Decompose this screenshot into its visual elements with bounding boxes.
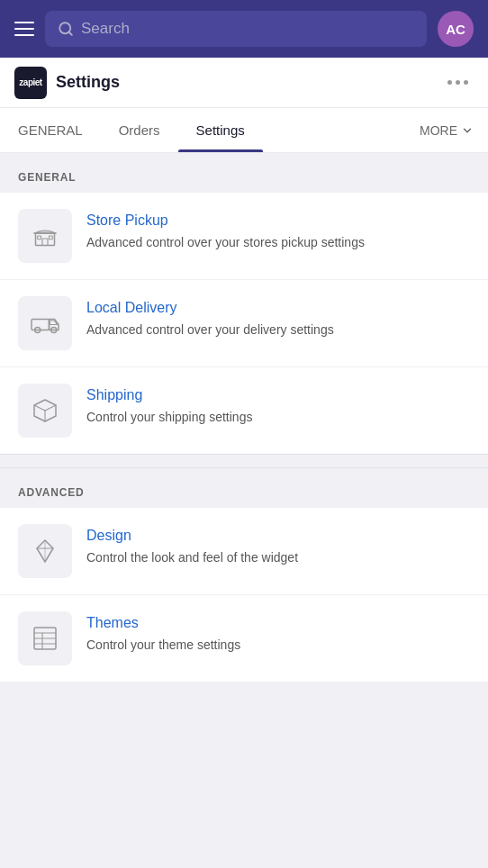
section-divider <box>0 454 488 468</box>
tab-navigation: GENERAL Orders Settings MORE <box>0 108 488 153</box>
local-delivery-text: Local Delivery Advanced control over you… <box>86 296 470 339</box>
shipping-text: Shipping Control your shipping settings <box>86 384 470 427</box>
themes-title: Themes <box>86 615 470 631</box>
app-title: Settings <box>56 73 120 92</box>
svg-rect-4 <box>42 239 48 246</box>
svg-rect-5 <box>38 236 41 240</box>
list-item-design[interactable]: Design Control the look and feel of the … <box>0 508 488 595</box>
design-text: Design Control the look and feel of the … <box>86 524 470 567</box>
shipping-icon-box <box>18 384 72 438</box>
tab-settings[interactable]: Settings <box>178 108 263 152</box>
hamburger-menu-icon[interactable] <box>14 22 34 36</box>
tab-dashboard[interactable]: GENERAL <box>0 108 101 152</box>
themes-icon <box>29 622 61 655</box>
shipping-title: Shipping <box>86 387 470 403</box>
shipping-icon <box>29 394 61 427</box>
advanced-section-heading: ADVANCED <box>0 468 488 508</box>
store-pickup-icon <box>29 220 61 252</box>
store-pickup-icon-box <box>18 209 72 263</box>
dot-icon <box>447 80 452 85</box>
design-icon <box>29 535 61 567</box>
local-delivery-icon-box <box>18 296 72 350</box>
general-section-list: Store Pickup Advanced control over your … <box>0 193 488 454</box>
themes-text: Themes Control your theme settings <box>86 611 470 655</box>
store-pickup-text: Store Pickup Advanced control over your … <box>86 209 470 252</box>
general-section-heading: GENERAL <box>0 153 488 193</box>
zapiet-logo: zapiet <box>14 67 47 99</box>
app-bar: zapiet Settings <box>0 58 488 108</box>
list-item-shipping[interactable]: Shipping Control your shipping settings <box>0 367 488 454</box>
store-pickup-desc: Advanced control over your stores pickup… <box>86 234 470 252</box>
more-options-button[interactable] <box>442 75 474 90</box>
chevron-down-icon <box>461 124 474 137</box>
local-delivery-title: Local Delivery <box>86 300 470 316</box>
themes-desc: Control your theme settings <box>86 637 470 655</box>
store-pickup-title: Store Pickup <box>86 212 470 229</box>
tab-more-button[interactable]: MORE <box>405 109 488 152</box>
list-item-themes[interactable]: Themes Control your theme settings <box>0 595 488 682</box>
svg-line-12 <box>45 405 56 411</box>
content-area: GENERAL Store Pick <box>0 153 488 682</box>
delivery-icon <box>29 307 61 339</box>
themes-icon-box <box>18 611 72 665</box>
design-title: Design <box>86 528 470 544</box>
svg-rect-6 <box>50 236 53 240</box>
header: AC <box>0 0 488 58</box>
search-bar[interactable] <box>45 11 427 47</box>
tab-orders[interactable]: Orders <box>101 108 178 152</box>
advanced-section-list: Design Control the look and feel of the … <box>0 508 488 682</box>
dot-icon <box>464 80 468 85</box>
search-icon <box>58 21 74 37</box>
design-desc: Control the look and feel of the widget <box>86 549 470 567</box>
design-icon-box <box>18 524 72 578</box>
list-item-local-delivery[interactable]: Local Delivery Advanced control over you… <box>0 280 488 367</box>
avatar[interactable]: AC <box>438 11 474 47</box>
dot-icon <box>456 80 460 85</box>
shipping-desc: Control your shipping settings <box>86 409 470 427</box>
list-item-store-pickup[interactable]: Store Pickup Advanced control over your … <box>0 193 488 280</box>
app-bar-left: zapiet Settings <box>14 67 120 99</box>
search-input[interactable] <box>81 20 414 38</box>
local-delivery-desc: Advanced control over your delivery sett… <box>86 321 470 339</box>
svg-line-1 <box>68 32 71 34</box>
svg-line-11 <box>34 405 45 411</box>
